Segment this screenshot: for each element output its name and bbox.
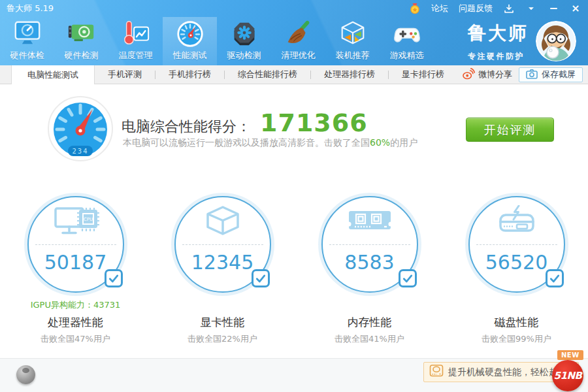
beat-percent: 60% <box>370 137 390 148</box>
forum-link[interactable]: 论坛 <box>431 3 448 14</box>
metric-label: 磁盘性能 <box>443 315 588 330</box>
metric-circle-cpu: CPU 50187 <box>27 196 124 293</box>
tab-overall-ranking[interactable]: 综合性能排行榜 <box>225 65 310 84</box>
broom-icon <box>283 18 314 50</box>
gpu-cube-icon <box>176 205 270 239</box>
toolbar-item-build-recommend[interactable]: 装机推荐 <box>325 17 380 65</box>
toolbar-item-driver[interactable]: 驱动检测 <box>217 17 271 65</box>
check-badge <box>105 269 123 287</box>
weibo-icon <box>462 67 475 82</box>
feedback-link[interactable]: 问题反馈 <box>459 3 493 14</box>
check-badge <box>399 269 417 287</box>
tab-gpu-ranking[interactable]: 显卡排行榜 <box>389 65 457 84</box>
metric-circle-disk: 56520 <box>468 196 565 293</box>
brand-block: 鲁大师 专注硬件防护 <box>468 21 529 62</box>
gpu-card-icon <box>66 18 97 50</box>
toolbar-item-benchmark[interactable]: 性能测试 <box>163 17 217 65</box>
disk-icon <box>470 205 564 239</box>
toolbar-item-hardware-checkup[interactable]: 硬件体检 <box>0 17 54 65</box>
new-badge: NEW <box>557 350 583 360</box>
metric-label: 内存性能 <box>296 315 443 330</box>
menu-dropdown-icon[interactable] <box>525 3 537 14</box>
start-benchmark-button[interactable]: 开始评测 <box>466 118 554 142</box>
gamepad-icon <box>391 18 423 50</box>
svg-text:CPU: CPU <box>83 217 92 222</box>
mascot-ball-icon[interactable] <box>16 365 35 384</box>
medal-icon[interactable] <box>409 3 421 14</box>
metric-beat: 击败全国47%用户 <box>2 333 149 345</box>
metric-beat: 击败全国99%用户 <box>443 333 588 345</box>
save-screenshot-button[interactable]: 保存截屏 <box>519 67 583 82</box>
score-gauge-icon: 234 <box>47 95 114 162</box>
camera-icon <box>526 69 538 81</box>
brand-name: 鲁大师 <box>468 21 529 46</box>
toolbar-item-hardware-detect[interactable]: 硬件检测 <box>54 17 108 65</box>
speedometer-icon <box>174 18 206 50</box>
tab-cpu-ranking[interactable]: 处理器排行榜 <box>311 65 388 84</box>
score-title: 电脑综合性能得分： <box>122 117 251 137</box>
toolbar-item-cleanup[interactable]: 清理优化 <box>271 17 325 65</box>
metric-beat: 击败全国41%用户 <box>296 333 443 345</box>
check-badge <box>546 269 564 287</box>
gauge-badge: 234 <box>69 146 92 156</box>
metric-ram: 8583 内存性能 击败全国41%用户 <box>296 196 443 353</box>
app-header: 鲁大师 5.19 论坛 问题反馈 × 硬件体检 <box>0 0 588 65</box>
tab-pc-benchmark[interactable]: 电脑性能测试 <box>11 65 95 84</box>
brand-slogan: 专注硬件防护 <box>468 51 529 62</box>
promo-text: 提升机械硬盘性能，轻松超 <box>448 367 558 378</box>
metric-gpu: 12345 显卡性能 击败全国22%用户 <box>149 196 296 353</box>
metric-label: 处理器性能 <box>2 315 149 330</box>
thermometer-icon <box>120 18 152 50</box>
score-value: 171366 <box>260 108 368 137</box>
main-panel: 234 电脑综合性能得分： 171366 本电脑可以流畅运行一般游戏以及播放高清… <box>0 85 588 358</box>
dashed-divider <box>329 244 410 245</box>
tab-phone-ranking[interactable]: 手机排行榜 <box>155 65 224 84</box>
ram-icon <box>323 205 417 239</box>
check-badge <box>252 269 270 287</box>
score-description: 本电脑可以流畅运行一般游戏以及播放高清影音。击败了全国60%的用户 <box>123 137 417 149</box>
mascot-avatar <box>536 21 576 61</box>
igpu-score: IGPU异构能力：43731 <box>2 299 149 311</box>
disk-promo-icon <box>429 364 444 380</box>
minimize-button[interactable] <box>547 3 559 14</box>
dashed-divider <box>35 244 116 245</box>
cube-icon <box>337 18 368 50</box>
monitor-check-icon <box>12 18 43 50</box>
titlebar: 鲁大师 5.19 论坛 问题反馈 × <box>0 0 588 17</box>
main-toolbar: 硬件体检 硬件检测 温度管理 性能测试 驱动检测 <box>0 17 434 65</box>
dashed-divider <box>476 244 557 245</box>
footer-bar: 提升机械硬盘性能，轻松超 NEW 51NB <box>0 358 588 392</box>
tab-phone-review[interactable]: 手机评测 <box>95 65 155 84</box>
toolbar-item-temperature[interactable]: 温度管理 <box>108 17 163 65</box>
metric-circle-gpu: 12345 <box>174 196 271 293</box>
dashed-divider <box>182 244 263 245</box>
cpu-monitor-icon: CPU <box>29 205 123 239</box>
window-title: 鲁大师 5.19 <box>7 3 54 14</box>
metric-cpu: CPU 50187 IGPU异构能力：43731 处理器性能 击败全国47%用户 <box>2 196 149 353</box>
metric-beat: 击败全国22%用户 <box>149 333 296 345</box>
tab-bar: 电脑性能测试 手机评测 手机排行榜 综合性能排行榜 处理器排行榜 显卡排行榜 微… <box>0 65 588 84</box>
gear-octagon-icon <box>229 18 260 50</box>
update-tray-icon[interactable] <box>503 3 515 14</box>
weibo-share-button[interactable]: 微博分享 <box>462 67 512 82</box>
metric-circle-ram: 8583 <box>321 196 418 293</box>
metric-disk: 56520 磁盘性能 击败全国99%用户 <box>443 196 588 353</box>
51nb-logo[interactable]: 51NB <box>552 360 583 391</box>
toolbar-item-games[interactable]: 游戏精选 <box>380 17 434 65</box>
close-button[interactable]: × <box>570 3 581 14</box>
metric-label: 显卡性能 <box>149 315 296 330</box>
